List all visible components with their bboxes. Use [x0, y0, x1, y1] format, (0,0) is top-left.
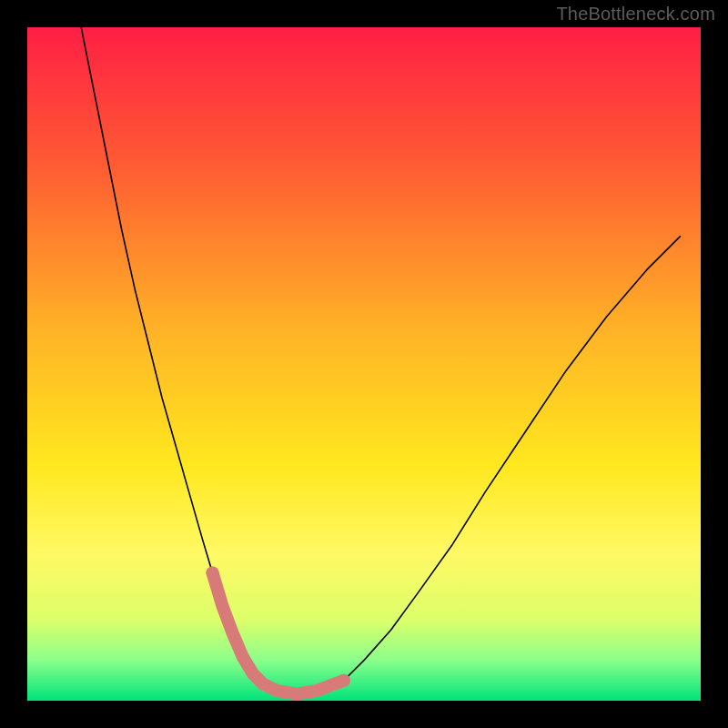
- plot-area: [27, 27, 701, 701]
- plot-svg: [27, 27, 701, 701]
- chart-frame: TheBottleneck.com: [0, 0, 728, 728]
- watermark-text: TheBottleneck.com: [556, 4, 715, 25]
- optimal-range-dot: [338, 674, 350, 687]
- optimal-range-dot: [207, 566, 219, 579]
- gradient-background: [27, 27, 701, 701]
